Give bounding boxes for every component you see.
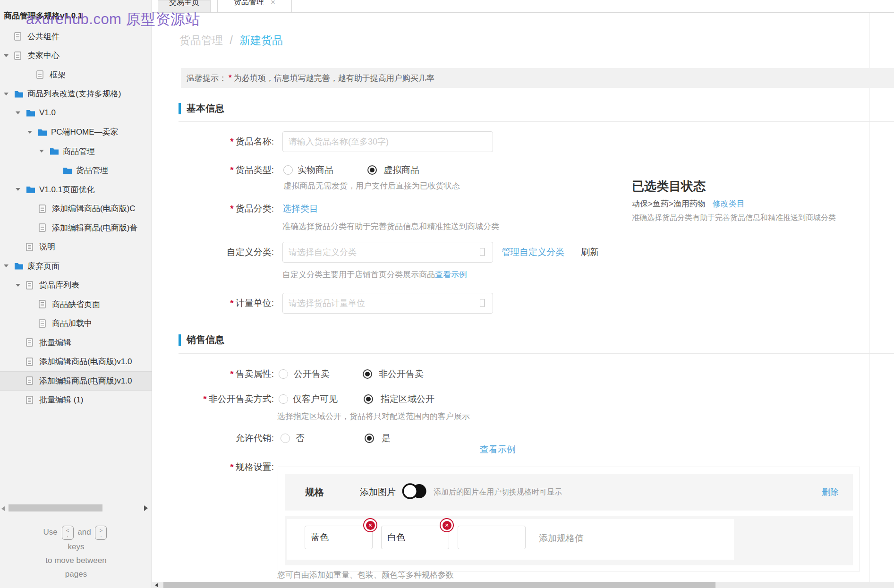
spec-value-input-empty[interactable] xyxy=(458,526,526,549)
document-icon xyxy=(26,358,35,366)
tab-goods-management[interactable]: 货品管理× xyxy=(217,0,292,13)
dropdown-indicator-icon[interactable] xyxy=(480,299,485,307)
document-icon xyxy=(26,376,35,385)
hint-text: keys xyxy=(0,540,152,554)
sidebar-item[interactable]: 批量编辑 (1) xyxy=(0,391,152,410)
radio-label[interactable]: 非公开售卖 xyxy=(379,369,424,379)
radio-label[interactable]: 虚拟商品 xyxy=(383,165,419,175)
tab-close-icon[interactable]: × xyxy=(271,0,275,7)
notice-text: 为必填项，信息填写越完善，越有助于提高用户购买几率 xyxy=(234,73,434,84)
folder-icon xyxy=(14,90,24,98)
radio-label[interactable]: 仅客户可见 xyxy=(293,394,338,404)
expander-icon[interactable] xyxy=(4,93,14,95)
expander-icon[interactable] xyxy=(16,111,26,114)
custom-category-helper: 自定义分类主要用于店铺首页分类展示商品查看示例 xyxy=(282,270,467,280)
sidebar-item-selected[interactable]: 添加编辑商品(电商版)v1.0 xyxy=(0,371,152,391)
document-icon xyxy=(39,205,48,213)
sidebar-item[interactable]: 公共组件 xyxy=(0,27,152,46)
radio-label[interactable]: 实物商品 xyxy=(298,165,333,175)
delete-spec-link[interactable]: 删除 xyxy=(822,486,839,498)
radio-resale-no[interactable] xyxy=(281,434,290,443)
field-label-private-mode: *非公开售卖方式: xyxy=(152,394,274,404)
sidebar-scroll-left-icon[interactable] xyxy=(1,506,5,511)
radio-label[interactable]: 指定区域公开 xyxy=(381,394,434,404)
sidebar-item[interactable]: 货品管理 xyxy=(0,161,152,180)
sidebar-item[interactable]: 说明 xyxy=(0,238,152,257)
folder-icon xyxy=(50,147,59,155)
dropdown-indicator-icon[interactable] xyxy=(480,248,485,256)
select-category-link[interactable]: 选择类目 xyxy=(282,204,318,214)
radio-virtual-goods[interactable] xyxy=(367,165,377,175)
field-label-resale: 允许代销: xyxy=(152,433,274,443)
sidebar-item-label: 添加编辑商品(电商版)普 xyxy=(52,222,137,233)
sidebar-scroll-right-icon[interactable] xyxy=(144,505,148,511)
pagination-hint: Use <, and >. keys to move between pages xyxy=(0,525,152,581)
sidebar-item-label: 公共组件 xyxy=(27,31,60,42)
radio-label[interactable]: 否 xyxy=(296,433,305,443)
folder-icon xyxy=(63,167,72,174)
sidebar-item[interactable]: 添加编辑商品(电商版)v1.0 xyxy=(0,352,152,372)
sidebar-item[interactable]: 货品库列表 xyxy=(0,276,152,295)
sidebar-item[interactable]: V1.0.1页面优化 xyxy=(0,180,152,199)
spec-value-input[interactable] xyxy=(305,526,373,549)
goods-name-input[interactable] xyxy=(282,131,493,152)
expander-icon[interactable] xyxy=(39,150,50,153)
main-hscrollbar-track[interactable] xyxy=(152,582,894,588)
folder-icon xyxy=(38,128,47,136)
remove-value-icon[interactable]: ✕ xyxy=(440,518,454,532)
edit-category-link[interactable]: 修改类目 xyxy=(713,199,745,208)
view-example-link[interactable]: 查看示例 xyxy=(435,270,467,279)
sidebar-item-label: PC端HOME—卖家 xyxy=(51,127,119,137)
sidebar-item[interactable]: 框架 xyxy=(0,65,152,85)
sidebar-item[interactable]: 商品加载中 xyxy=(0,314,152,333)
sidebar-item[interactable]: 商品管理 xyxy=(0,142,152,161)
radio-physical-goods[interactable] xyxy=(283,165,293,175)
sidebar-item[interactable]: 卖家中心 xyxy=(0,46,152,66)
refresh-link[interactable]: 刷新 xyxy=(581,247,599,257)
radio-public-sale[interactable] xyxy=(279,369,288,379)
radio-resale-yes[interactable] xyxy=(365,434,374,443)
sidebar-item[interactable]: 添加编辑商品(电商版)普 xyxy=(0,218,152,238)
sidebar-item[interactable]: 商品缺省页面 xyxy=(0,295,152,314)
expander-icon[interactable] xyxy=(27,131,38,134)
unit-select[interactable] xyxy=(282,293,493,314)
document-icon xyxy=(36,70,46,79)
category-path-text: 动保>鱼药>渔用药物 xyxy=(632,199,706,208)
main-hscrollbar-thumb[interactable] xyxy=(163,582,715,588)
expander-icon[interactable] xyxy=(4,264,14,267)
axure-prototype-page: 商品管理多规格v1.0.1 公共组件 卖家中心 框架 商品列表改造(支持多规格)… xyxy=(0,0,894,588)
expander-icon[interactable] xyxy=(4,54,14,57)
breadcrumb-parent[interactable]: 货品管理 xyxy=(179,34,223,46)
radio-label[interactable]: 是 xyxy=(382,433,391,443)
document-icon xyxy=(26,338,35,347)
radio-private-sale[interactable] xyxy=(363,369,372,379)
add-spec-value-label[interactable]: 添加规格值 xyxy=(539,532,584,545)
main-scroll-left-icon[interactable] xyxy=(155,583,158,587)
sidebar-item[interactable]: 废弃页面 xyxy=(0,256,152,276)
manage-custom-category-link[interactable]: 管理自定义分类 xyxy=(502,247,564,257)
spec-value-input[interactable] xyxy=(381,526,449,549)
radio-designated-region[interactable] xyxy=(364,394,373,404)
sidebar-item[interactable]: 商品列表改造(支持多规格) xyxy=(0,85,152,104)
remove-value-icon[interactable]: ✕ xyxy=(363,518,377,532)
sidebar-item-label: 说明 xyxy=(39,241,55,252)
key-left-icon: <, xyxy=(62,526,74,540)
expander-icon[interactable] xyxy=(16,188,26,191)
radio-label[interactable]: 公开售卖 xyxy=(294,369,330,379)
spec-footer-note: 您可自由添加如重量、包装、颜色等多种规格参数 xyxy=(277,570,454,580)
radio-customers-only[interactable] xyxy=(279,394,288,404)
sidebar-item[interactable]: V1.0 xyxy=(0,103,152,123)
sidebar-item[interactable]: PC端HOME—卖家 xyxy=(0,123,152,142)
add-image-toggle-icon[interactable] xyxy=(401,482,428,502)
view-example-link[interactable]: 查看示例 xyxy=(480,444,516,455)
sidebar-item[interactable]: 添加编辑商品(电商版)C xyxy=(0,199,152,219)
expander-icon[interactable] xyxy=(16,284,26,287)
toggle-hint-text: 添加后的图片在用户切换规格时可显示 xyxy=(434,487,562,497)
custom-category-select[interactable] xyxy=(282,242,493,263)
sidebar-item-label: 卖家中心 xyxy=(27,50,60,61)
folder-icon xyxy=(26,109,35,117)
sidebar-hscrollbar-thumb[interactable] xyxy=(9,504,102,511)
notice-bar: 温馨提示： * 为必填项，信息填写越完善，越有助于提高用户购买几率 xyxy=(181,68,894,88)
sidebar-item-label: 添加编辑商品(电商版)v1.0 xyxy=(39,375,132,386)
sidebar-item[interactable]: 批量编辑 xyxy=(0,333,152,352)
